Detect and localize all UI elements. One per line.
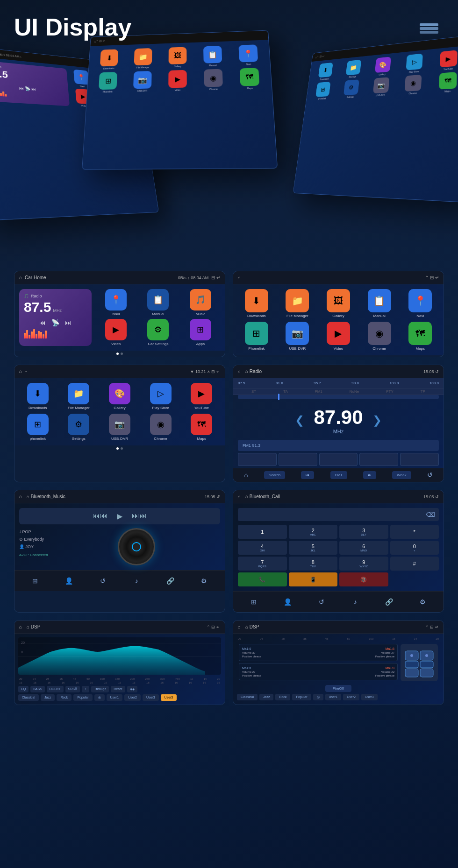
call-icon-refresh[interactable]: ↺ bbox=[315, 595, 328, 608]
app-downloads[interactable]: ⬇ Downloads bbox=[238, 289, 275, 318]
dsp-plus-btn[interactable]: + bbox=[82, 686, 89, 692]
rpreset-user3[interactable]: User3 bbox=[361, 694, 378, 700]
app-usb2[interactable]: 📷 USB-DVR bbox=[101, 414, 138, 441]
prev-button[interactable]: ⏮ bbox=[301, 471, 314, 479]
preset-user3-active[interactable]: User3 bbox=[161, 694, 177, 701]
search-button[interactable]: Search bbox=[264, 471, 285, 479]
radio-prev-arrow[interactable]: ❮ bbox=[295, 414, 304, 427]
key-7[interactable]: 7 PQRS bbox=[238, 557, 287, 571]
call-icon-music[interactable]: ♪ bbox=[349, 595, 362, 608]
app-video2[interactable]: ▶ Video bbox=[320, 322, 357, 351]
preset-user1[interactable]: User1 bbox=[107, 694, 123, 701]
preset-jazz[interactable]: Jazz bbox=[41, 694, 55, 701]
key-star[interactable]: * bbox=[390, 525, 439, 539]
key-2[interactable]: 2 ABC bbox=[289, 525, 338, 539]
dsp-bass-btn[interactable]: BASS bbox=[30, 686, 45, 692]
call-icon-grid[interactable]: ⊞ bbox=[247, 595, 260, 608]
preset-popular[interactable]: Popular bbox=[73, 694, 92, 701]
app-gallery[interactable]: 🖼 Gallery bbox=[320, 289, 357, 318]
radio-home-btn[interactable]: ⌂ bbox=[244, 471, 248, 479]
preset-rock[interactable]: Rock bbox=[57, 694, 72, 701]
app-set2[interactable]: ⚙ Settings bbox=[60, 414, 98, 441]
app-gal2[interactable]: 🎨 Gallery bbox=[101, 383, 138, 410]
signal-icon[interactable]: 📡 bbox=[51, 319, 59, 326]
fm1-button[interactable]: FM1 bbox=[330, 471, 347, 479]
dsp-reset-btn[interactable]: Reset bbox=[111, 686, 125, 692]
rpreset-jazz[interactable]: Jazz bbox=[259, 694, 273, 700]
app-phonelink[interactable]: ⊞ Phonelink bbox=[238, 322, 275, 351]
app-chr2[interactable]: ◉ Chrome bbox=[142, 414, 179, 441]
dsp-through-btn[interactable]: Through bbox=[91, 686, 109, 692]
key-call[interactable]: 📞 bbox=[238, 572, 287, 586]
dsp-dolby-btn[interactable]: DOLBY bbox=[47, 686, 64, 692]
app-usbdvr[interactable]: 📷 USB-DVR bbox=[279, 322, 316, 351]
key-hash[interactable]: # bbox=[390, 557, 439, 571]
rpreset-user1[interactable]: User1 bbox=[325, 694, 342, 700]
call-icon-person[interactable]: 👤 bbox=[281, 595, 294, 608]
preset-slot-4[interactable] bbox=[359, 453, 398, 466]
bt-next-btn[interactable]: ⏭⏭ bbox=[132, 512, 147, 521]
app-manual[interactable]: 📋 Manual bbox=[138, 289, 178, 316]
app-filemanager[interactable]: 📁 File Manager bbox=[279, 289, 316, 318]
fire-off-label[interactable]: FireOff bbox=[325, 685, 351, 692]
app-manual2[interactable]: 📋 Manual bbox=[361, 289, 398, 318]
key-3[interactable]: 3 DEF bbox=[339, 525, 388, 539]
preset-slot-2[interactable] bbox=[279, 453, 317, 466]
radio-back-btn[interactable]: ↺ bbox=[427, 471, 433, 479]
weak-button[interactable]: Weak bbox=[392, 471, 411, 479]
preset-slot-5[interactable] bbox=[400, 453, 439, 466]
app-chrome[interactable]: ◉ Chrome bbox=[361, 322, 398, 351]
bt-play-btn[interactable]: ▶ bbox=[117, 512, 122, 521]
next-button[interactable]: ⏭ bbox=[363, 471, 376, 479]
app-video[interactable]: ▶ Video bbox=[96, 319, 136, 346]
app-maps[interactable]: 🗺 Maps bbox=[401, 322, 439, 351]
bt-icon-settings[interactable]: ⚙ bbox=[198, 574, 211, 587]
app-maps2[interactable]: 🗺 Maps bbox=[183, 414, 220, 441]
preset-classical[interactable]: Classical bbox=[18, 694, 39, 701]
key-0plus[interactable]: 0 + bbox=[390, 541, 439, 555]
rpreset-circle[interactable]: ◎ bbox=[313, 694, 323, 700]
key-4[interactable]: 4 GHI bbox=[238, 541, 287, 555]
key-1[interactable]: 1 bbox=[238, 525, 287, 539]
call-icon-settings[interactable]: ⚙ bbox=[416, 595, 429, 608]
dsp-srs-btn[interactable]: SRS® bbox=[65, 686, 80, 692]
backspace-icon[interactable]: ⌫ bbox=[426, 511, 435, 518]
app-pl2[interactable]: ⊞ phonelink bbox=[19, 414, 57, 441]
app-fm2[interactable]: 📁 File Manager bbox=[60, 383, 98, 410]
bt-icon-refresh[interactable]: ↺ bbox=[96, 574, 109, 587]
bt-icon-person[interactable]: 👤 bbox=[62, 574, 75, 587]
key-6[interactable]: 6 MNO bbox=[339, 541, 388, 555]
app-apps[interactable]: ⊞ Apps bbox=[181, 319, 220, 346]
rpreset-rock[interactable]: Rock bbox=[275, 694, 290, 700]
app-playstore[interactable]: ▷ Play Store bbox=[142, 383, 179, 410]
rpreset-popular[interactable]: Popular bbox=[292, 694, 311, 700]
key-5[interactable]: 5 JKL bbox=[289, 541, 338, 555]
key-end-call[interactable]: 📵 bbox=[339, 572, 388, 586]
bt-icon-music[interactable]: ♪ bbox=[130, 574, 143, 587]
app-navi2[interactable]: 📍 Navi bbox=[401, 289, 439, 318]
key-9[interactable]: 9 WXYZ bbox=[339, 557, 388, 571]
preset-slot-3[interactable] bbox=[319, 453, 358, 466]
app-dl2[interactable]: ⬇ Downloads bbox=[19, 383, 57, 410]
radio-next-arrow[interactable]: ❯ bbox=[372, 414, 382, 427]
app-navi[interactable]: 📍 Navi bbox=[96, 289, 136, 316]
next-icon[interactable]: ⏭ bbox=[65, 319, 72, 326]
bt-icon-link[interactable]: 🔗 bbox=[164, 574, 177, 587]
dsp-dots-btn[interactable]: ◈◈ bbox=[127, 686, 137, 692]
dsp-eq-btn[interactable]: EQ bbox=[18, 686, 29, 692]
app-music[interactable]: 🎵 Music bbox=[181, 289, 220, 316]
rpreset-classical[interactable]: Classical bbox=[237, 694, 258, 700]
app-car-settings[interactable]: ⚙ Car Settings bbox=[138, 319, 178, 346]
key-8[interactable]: 8 TUV bbox=[289, 557, 338, 571]
app-youtube[interactable]: ▶ YouTube bbox=[183, 383, 220, 410]
bt-icon-grid[interactable]: ⊞ bbox=[29, 574, 42, 587]
preset-user2[interactable]: User2 bbox=[124, 694, 141, 701]
preset-slot-1[interactable] bbox=[238, 453, 277, 466]
key-bt-call[interactable]: 📱 bbox=[289, 572, 338, 586]
prev-icon[interactable]: ⏮ bbox=[39, 319, 46, 326]
preset-user3[interactable]: User3 bbox=[143, 694, 159, 701]
rpreset-user2[interactable]: User2 bbox=[343, 694, 359, 700]
bt-prev-btn[interactable]: ⏮⏮ bbox=[93, 512, 107, 521]
preset-circle[interactable]: ◎ bbox=[94, 694, 105, 701]
call-icon-link[interactable]: 🔗 bbox=[382, 595, 395, 608]
